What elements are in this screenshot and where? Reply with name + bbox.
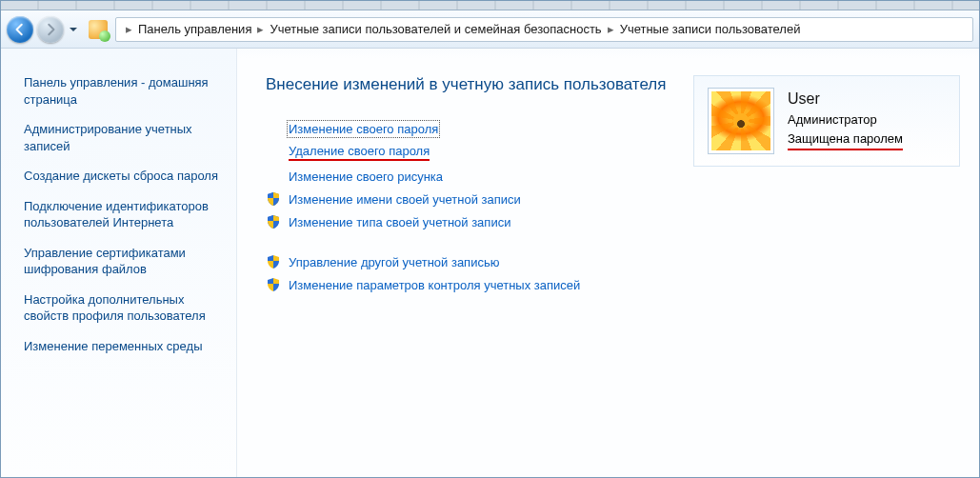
sidebar-item-admin-accounts[interactable]: Администрирование учетных записей	[22, 114, 229, 161]
link-uac-settings[interactable]: Изменение параметров контроля учетных за…	[289, 278, 580, 292]
arrow-left-icon	[13, 23, 27, 36]
chevron-right-icon: ▸	[257, 22, 264, 36]
link-remove-password[interactable]: Удаление своего пароля	[289, 144, 430, 161]
page-title: Внесение изменений в учетную запись поль…	[266, 75, 674, 94]
sidebar-item-online-ids[interactable]: Подключение идентификаторов пользователе…	[22, 191, 229, 238]
icon-placeholder	[266, 169, 281, 184]
link-change-account-type[interactable]: Изменение типа своей учетной записи	[289, 215, 510, 229]
content: Внесение изменений в учетную запись поль…	[237, 49, 979, 477]
sidebar-item-encryption-certs[interactable]: Управление сертификатами шифрования файл…	[22, 238, 229, 285]
toolbar: ▸ Панель управления ▸ Учетные записи пол…	[1, 10, 979, 49]
control-panel-window: ▸ Панель управления ▸ Учетные записи пол…	[0, 0, 980, 478]
breadcrumb-seg-control-panel[interactable]: Панель управления	[138, 22, 251, 36]
sidebar-item-env-vars[interactable]: Изменение переменных среды	[22, 331, 229, 362]
uac-shield-icon	[266, 214, 281, 229]
user-info: User Администратор Защищена паролем	[788, 88, 903, 150]
user-accounts-icon	[89, 20, 108, 39]
sidebar-item-password-reset-disk[interactable]: Создание дискеты сброса пароля	[22, 161, 229, 191]
avatar-image	[711, 91, 770, 150]
user-card: User Администратор Защищена паролем	[693, 75, 960, 167]
uac-shield-icon	[266, 277, 281, 292]
user-role: Администратор	[788, 110, 903, 129]
uac-shield-icon	[266, 254, 281, 269]
action-list: Изменение своего пароля Удаление своего …	[266, 117, 674, 296]
chevron-right-icon: ▸	[608, 22, 614, 36]
link-manage-other-account[interactable]: Управление другой учетной записью	[289, 255, 499, 269]
arrow-right-icon	[44, 23, 57, 36]
back-button[interactable]	[7, 16, 33, 43]
chevron-down-icon	[69, 25, 78, 34]
breadcrumb[interactable]: ▸ Панель управления ▸ Учетные записи пол…	[115, 17, 973, 42]
forward-button[interactable]	[37, 16, 64, 43]
sidebar: Панель управления - домашняя страница Ад…	[1, 49, 237, 477]
user-name: User	[788, 88, 903, 110]
link-change-picture[interactable]: Изменение своего рисунка	[289, 169, 443, 184]
uac-shield-icon	[266, 191, 281, 207]
nav-history-dropdown[interactable]	[68, 16, 79, 43]
link-change-account-name[interactable]: Изменение имени своей учетной записи	[289, 192, 521, 207]
chevron-right-icon: ▸	[126, 22, 132, 36]
breadcrumb-seg-user-accounts[interactable]: Учетные записи пользователей	[620, 22, 801, 36]
link-change-password[interactable]: Изменение своего пароля	[289, 122, 438, 136]
body: Панель управления - домашняя страница Ад…	[1, 49, 979, 477]
content-main: Внесение изменений в учетную запись поль…	[266, 75, 674, 296]
titlebar-tabstrip	[1, 1, 979, 10]
icon-placeholder	[266, 121, 281, 136]
user-password-status: Защищена паролем	[788, 129, 903, 151]
sidebar-item-home[interactable]: Панель управления - домашняя страница	[22, 68, 229, 114]
breadcrumb-seg-accounts-family[interactable]: Учетные записи пользователей и семейная …	[270, 22, 601, 36]
sidebar-item-advanced-profile[interactable]: Настройка дополнительных свойств профиля…	[22, 285, 229, 331]
icon-placeholder	[266, 145, 281, 160]
avatar	[708, 88, 774, 154]
